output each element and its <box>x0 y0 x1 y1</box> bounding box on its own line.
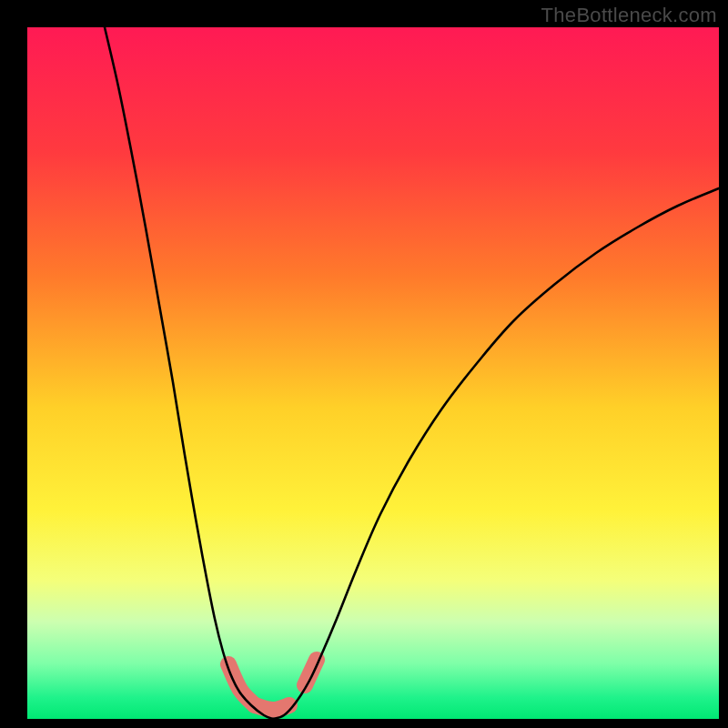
watermark-text: TheBottleneck.com <box>541 4 717 27</box>
bottleneck-chart <box>0 0 728 728</box>
highlight-segment-right <box>305 660 317 685</box>
chart-plot-area <box>27 27 719 719</box>
highlight-segment-bottom <box>255 705 289 710</box>
chart-frame <box>0 0 728 728</box>
